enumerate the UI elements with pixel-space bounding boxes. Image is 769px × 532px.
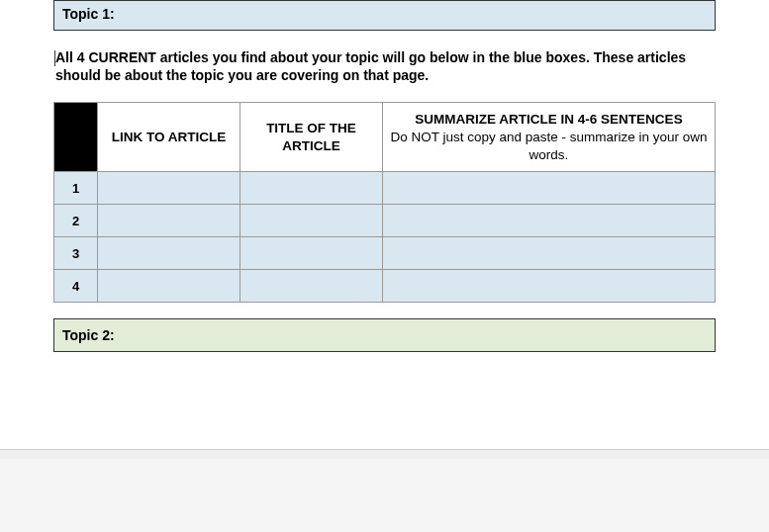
row-number: 2 [54,205,98,237]
table-header-row: LINK TO ARTICLE TITLE OF THE ARTICLE SUM… [54,103,716,172]
footer-area [0,459,769,532]
header-summary-sub: Do NOT just copy and paste - summarize i… [389,129,709,163]
cell-summary[interactable] [383,270,716,303]
cell-link[interactable] [98,172,240,205]
cell-link[interactable] [98,205,240,237]
topic-1-box[interactable]: Topic 1: [53,0,716,31]
cell-title[interactable] [240,172,383,205]
topic-2-label: Topic 2: [62,327,115,343]
table-corner-cell [54,103,98,172]
table-row: 3 [54,237,716,270]
cell-title[interactable] [240,237,383,270]
cell-summary[interactable] [383,172,716,205]
row-number: 3 [54,237,98,270]
row-number: 1 [54,172,98,205]
table-row: 4 [54,270,716,303]
cell-link[interactable] [98,270,240,303]
header-link: LINK TO ARTICLE [98,103,240,172]
cell-summary[interactable] [383,237,716,270]
document-content: Topic 1: All 4 CURRENT articles you find… [0,0,769,352]
table-row: 2 [54,205,716,237]
topic-2-box[interactable]: Topic 2: [53,318,716,352]
row-number: 4 [54,270,98,303]
header-title: TITLE OF THE ARTICLE [240,103,383,172]
articles-table: LINK TO ARTICLE TITLE OF THE ARTICLE SUM… [53,102,716,303]
table-row: 1 [54,172,716,205]
footer-divider [0,449,769,459]
instruction-text: All 4 CURRENT articles you find about yo… [53,48,716,84]
cell-title[interactable] [240,205,383,237]
instruction-content: All 4 CURRENT articles you find about yo… [55,49,686,83]
cell-title[interactable] [240,270,383,303]
cell-link[interactable] [98,237,240,270]
topic-1-label: Topic 1: [62,6,115,22]
header-summary-bold: SUMMARIZE ARTICLE IN 4-6 SENTENCES [415,112,682,127]
header-summary: SUMMARIZE ARTICLE IN 4-6 SENTENCES Do NO… [383,103,716,172]
cell-summary[interactable] [383,205,716,237]
